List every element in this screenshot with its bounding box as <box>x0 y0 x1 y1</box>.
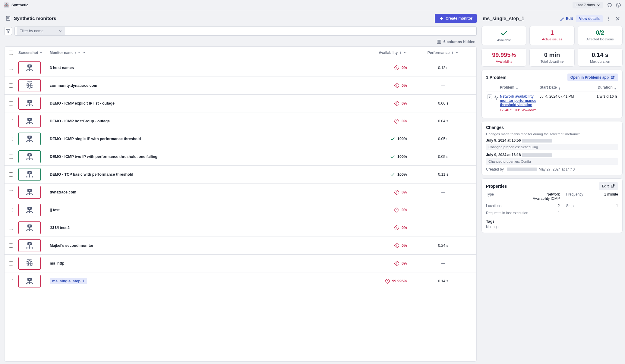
row-checkbox[interactable] <box>9 83 13 88</box>
stat-available: Available <box>481 26 526 45</box>
monitor-name[interactable]: jj test <box>50 208 60 212</box>
view-details-button[interactable]: View details <box>576 15 603 22</box>
monitor-name[interactable]: community.dynatrace.com <box>50 83 97 88</box>
monitor-name[interactable]: ms_http <box>50 261 65 265</box>
row-checkbox[interactable] <box>9 155 13 159</box>
columns-hidden-button[interactable]: 6 columns hidden <box>2 38 478 46</box>
monitor-name[interactable]: DEMO - ICMP hostGroup - outage <box>50 119 110 123</box>
changes-title: Changes <box>486 125 618 130</box>
filter-input[interactable]: Filter by name <box>14 27 477 36</box>
availability-cell: 0% <box>347 119 407 124</box>
row-checkbox[interactable] <box>9 172 13 177</box>
table-row[interactable]: jj test0%— <box>5 201 476 219</box>
edit-properties-button[interactable]: Edit <box>599 182 618 190</box>
change-row: July 9, 2024 at 16:18Changed properties:… <box>486 153 618 165</box>
row-checkbox[interactable] <box>9 190 13 194</box>
open-problems-app-button[interactable]: Open in Problems app <box>567 74 618 81</box>
page-title: Synthetic monitors <box>14 16 56 21</box>
time-range-picker[interactable]: Last 7 days <box>573 2 603 8</box>
monitor-name[interactable]: DEMO - ICMP two IP with performance thre… <box>50 155 157 159</box>
performance-cell: 0.11 s <box>410 166 476 184</box>
table-row[interactable]: dynatrace.com0%— <box>5 184 476 201</box>
create-monitor-button[interactable]: Create monitor <box>435 14 477 23</box>
redacted-user <box>507 168 537 171</box>
table-row[interactable]: community.dynatrace.com0%— <box>5 77 476 95</box>
table-row[interactable]: ms_single_step_199.995%0.14 s <box>5 272 476 290</box>
warning-icon <box>394 65 399 70</box>
table-row[interactable]: DEMO - ICMP single IP with performance t… <box>5 130 476 148</box>
col-name[interactable]: Monitor name ↑▲▼ <box>47 47 344 59</box>
monitor-name[interactable]: DEMO - TCP basic with performance thresh… <box>50 172 133 177</box>
availability-cell: 0% <box>347 208 407 212</box>
stat-availability-pct: 99.995% Availability <box>481 48 526 67</box>
table-row[interactable]: JJ UI test 20%— <box>5 219 476 237</box>
col-availability[interactable]: Availability▲▼ <box>344 47 410 59</box>
availability-cell: 0% <box>347 243 407 248</box>
created-by-row: Created by May 27, 2024 at 14:40 <box>486 167 618 171</box>
monitor-thumbnail <box>18 239 41 252</box>
app-icon: 🤖 <box>4 2 9 8</box>
row-checkbox[interactable] <box>9 137 13 141</box>
row-checkbox[interactable] <box>9 226 13 230</box>
monitor-name[interactable]: Majkel's second monitor <box>50 243 93 248</box>
monitor-name[interactable]: DEMO - ICMP single IP with performance t… <box>50 137 141 141</box>
col-screenshot[interactable]: Screenshot <box>15 47 47 59</box>
performance-cell: 0.14 s <box>410 272 476 290</box>
chevron-down-icon <box>82 51 86 55</box>
row-checkbox[interactable] <box>9 66 13 70</box>
availability-cell: 0% <box>347 261 407 266</box>
problem-row[interactable]: Network availability monitor performance… <box>486 92 618 115</box>
stats-row-2: 99.995% Availability 0 min Total downtim… <box>481 48 623 67</box>
table-row[interactable]: DEMO - ICMP explicit IP list - outage0%0… <box>5 95 476 112</box>
row-checkbox[interactable] <box>9 101 13 105</box>
changes-note: Changes made to this monitor during the … <box>486 132 618 136</box>
table-row[interactable]: DEMO - ICMP two IP with performance thre… <box>5 148 476 166</box>
pencil-icon <box>560 16 565 21</box>
table-row[interactable]: DEMO - ICMP hostGroup - outage0%0.04 s <box>5 112 476 130</box>
close-detail-button[interactable] <box>615 16 621 22</box>
row-checkbox[interactable] <box>9 261 13 265</box>
help-button[interactable] <box>615 2 621 8</box>
monitor-name[interactable]: DEMO - ICMP explicit IP list - outage <box>50 101 115 105</box>
col-problem[interactable]: Problem ▲▼ <box>499 83 538 92</box>
filter-button[interactable] <box>4 27 12 35</box>
filter-by-name-chip[interactable]: Filter by name <box>17 27 65 35</box>
expand-problem-button[interactable] <box>487 94 492 99</box>
monitor-thumbnail <box>18 186 41 199</box>
filter-icon <box>5 28 11 34</box>
select-all-checkbox[interactable] <box>9 51 13 55</box>
availability-cell: 100% <box>347 136 407 141</box>
row-checkbox[interactable] <box>9 208 13 212</box>
problem-duration: 1 w 3 d 16 h <box>578 92 618 115</box>
col-start-date[interactable]: Start Date ▲▼ <box>538 83 578 92</box>
table-row[interactable]: ms_http0%— <box>5 255 476 272</box>
refresh-button[interactable] <box>606 2 612 8</box>
page-icon <box>5 15 11 21</box>
problems-title: 1 Problem <box>486 75 507 80</box>
monitor-name[interactable]: dynatrace.com <box>50 190 76 194</box>
monitor-name[interactable]: 3 host names <box>50 66 74 70</box>
row-checkbox[interactable] <box>9 119 13 123</box>
availability-cell: 0% <box>347 101 407 106</box>
table-row[interactable]: 3 host names0%0.12 s <box>5 59 476 77</box>
col-duration[interactable]: Duration ▲▼ <box>578 83 618 92</box>
table-row[interactable]: Majkel's second monitor0%0.24 s <box>5 237 476 255</box>
warning-icon <box>394 225 399 230</box>
monitor-thumbnail <box>18 133 41 145</box>
row-checkbox[interactable] <box>9 243 13 248</box>
row-checkbox[interactable] <box>9 279 13 283</box>
chevron-down-icon <box>455 51 459 55</box>
stats-row-1: Available 1 Active issues 0/2 Affected l… <box>481 26 623 45</box>
edit-monitor-button[interactable]: Edit <box>560 16 573 21</box>
no-tags-label: No tags <box>486 225 618 229</box>
problem-link[interactable]: Network availability monitor performance… <box>500 94 537 107</box>
stat-max-duration: 0.14 s Max duration <box>578 48 623 67</box>
availability-cell: 0% <box>347 190 407 195</box>
table-row[interactable]: DEMO - TCP basic with performance thresh… <box>5 166 476 184</box>
col-performance[interactable]: Performance▲▼ <box>410 47 476 59</box>
monitor-name[interactable]: JJ UI test 2 <box>50 226 70 230</box>
more-menu-button[interactable] <box>606 16 612 22</box>
performance-cell: — <box>410 219 476 237</box>
monitor-thumbnail <box>18 275 41 287</box>
monitor-name[interactable]: ms_single_step_1 <box>50 278 87 284</box>
